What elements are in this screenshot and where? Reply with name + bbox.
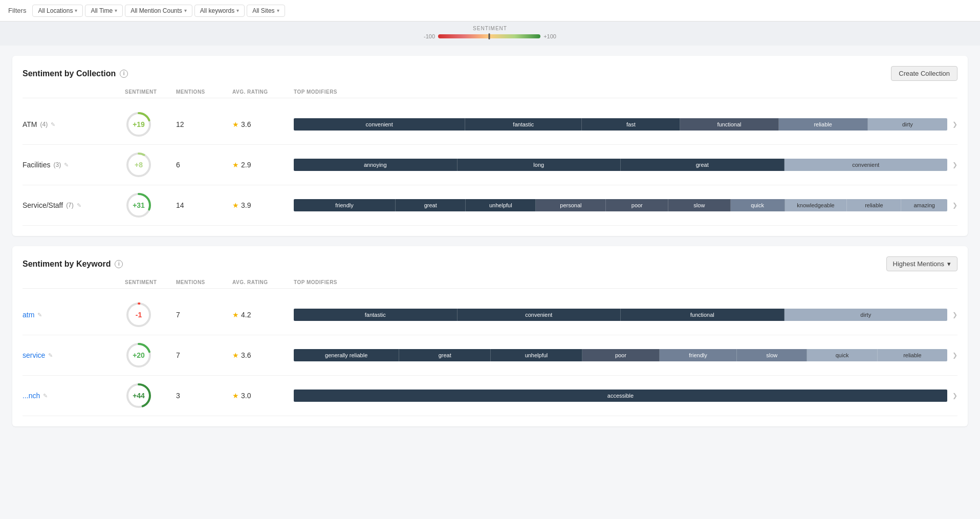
modifiers-bar: convenientfantasticfastfunctionalreliabl…	[294, 118, 947, 131]
chevron-down-icon: ▾	[115, 8, 117, 13]
modifier-segment: amazing	[901, 199, 947, 211]
expand-icon[interactable]: ❯	[952, 392, 957, 399]
modifier-segment: unhelpful	[466, 199, 536, 211]
sentiment-circle: +20	[125, 341, 153, 369]
modifiers-cell: generally reliablegreatunhelpfulpoorfrie…	[294, 349, 947, 361]
sentiment-cell: +31	[125, 191, 176, 219]
collection-rows: ATM (4) ✎ +19 12 ★3.6 convenientfantasti…	[23, 104, 957, 226]
sentiment-cell: +44	[125, 382, 176, 409]
modifier-segment: reliable	[779, 118, 868, 131]
rating-value: ★4.2	[232, 311, 294, 319]
chevron-down-icon: ▾	[277, 8, 279, 13]
filter-label: Filters	[8, 7, 26, 14]
filter-keywords[interactable]: All keywords ▾	[194, 5, 245, 17]
modifier-segment: poor	[606, 199, 668, 211]
collection-name: Service/Staff (7) ✎	[23, 201, 125, 209]
rating-value: ★3.6	[232, 351, 294, 359]
modifiers-cell: annoyinglonggreatconvenient	[294, 159, 947, 171]
modifier-segment: long	[458, 159, 621, 171]
rating-value: ★3.6	[232, 120, 294, 128]
modifiers-cell: accessible	[294, 390, 947, 402]
mentions-value: 14	[176, 201, 232, 209]
info-icon-keyword[interactable]: i	[115, 260, 123, 268]
keyword-name[interactable]: atm ✎	[23, 311, 125, 319]
modifier-segment: generally reliable	[294, 349, 399, 361]
collection-row: Facilities (3) ✎ +8 6 ★2.9 annoyinglongg…	[23, 145, 957, 185]
modifiers-bar: generally reliablegreatunhelpfulpoorfrie…	[294, 349, 947, 361]
sentiment-circle: +8	[125, 151, 153, 179]
keyword-name[interactable]: service ✎	[23, 351, 125, 359]
create-collection-button[interactable]: Create Collection	[891, 66, 957, 81]
star-icon: ★	[232, 161, 239, 169]
filter-bar: Filters All Locations ▾ All Time ▾ All M…	[0, 0, 980, 21]
collection-row: ...nch ✎ +44 3 ★3.0 accessible ❯	[23, 376, 957, 416]
scale-right-label: +100	[543, 33, 556, 39]
modifier-segment: quick	[807, 349, 877, 361]
sentiment-by-collection-section: Sentiment by Collection i Create Collect…	[12, 56, 968, 236]
rating-value: ★3.9	[232, 201, 294, 209]
row-name-cell: atm ✎	[23, 311, 125, 319]
modifier-segment: reliable	[847, 199, 901, 211]
modifier-segment: dirty	[785, 309, 948, 321]
edit-icon[interactable]: ✎	[43, 393, 48, 399]
modifiers-cell: convenientfantasticfastfunctionalreliabl…	[294, 118, 947, 131]
modifiers-bar: friendlygreatunhelpfulpersonalpoorslowqu…	[294, 199, 947, 211]
gradient-marker	[489, 33, 490, 39]
modifiers-bar: annoyinglonggreatconvenient	[294, 159, 947, 171]
edit-icon[interactable]: ✎	[64, 162, 69, 168]
filter-locations[interactable]: All Locations ▾	[32, 5, 83, 17]
filter-mention-counts[interactable]: All Mention Counts ▾	[125, 5, 192, 17]
modifier-segment: convenient	[294, 118, 465, 131]
chevron-down-icon: ▾	[236, 8, 239, 13]
row-name-cell: Facilities (3) ✎	[23, 161, 125, 169]
collection-col-headers: SENTIMENT MENTIONS AVG. RATING TOP MODIF…	[23, 89, 957, 98]
sentiment-cell: +20	[125, 341, 176, 369]
modifier-segment: functional	[680, 118, 778, 131]
star-icon: ★	[232, 120, 239, 128]
edit-icon[interactable]: ✎	[77, 202, 81, 209]
collection-row: service ✎ +20 7 ★3.6 generally reliableg…	[23, 335, 957, 376]
modifier-segment: fantastic	[294, 309, 458, 321]
modifier-segment: quick	[731, 199, 785, 211]
collection-name: Facilities (3) ✎	[23, 161, 125, 169]
modifier-segment: accessible	[294, 390, 947, 402]
collection-row: atm ✎ -1 7 ★4.2 fantasticconvenientfunct…	[23, 295, 957, 335]
section-title-keyword: Sentiment by Keyword i	[23, 260, 123, 269]
filter-time[interactable]: All Time ▾	[85, 5, 123, 17]
sentiment-by-keyword-section: Sentiment by Keyword i Highest Mentions …	[12, 246, 968, 426]
keyword-col-headers: SENTIMENT MENTIONS AVG. RATING TOP MODIF…	[23, 279, 957, 289]
modifier-segment: slow	[737, 349, 807, 361]
mentions-value: 3	[176, 392, 232, 400]
expand-icon[interactable]: ❯	[952, 352, 957, 359]
keyword-name[interactable]: ...nch ✎	[23, 392, 125, 400]
info-icon-collection[interactable]: i	[120, 70, 128, 78]
edit-icon[interactable]: ✎	[48, 352, 53, 359]
sentiment-scale: SENTIMENT -100 +100	[424, 26, 556, 39]
expand-icon[interactable]: ❯	[952, 202, 957, 209]
star-icon: ★	[232, 311, 239, 319]
section-header-keyword: Sentiment by Keyword i Highest Mentions …	[23, 256, 957, 271]
rating-value: ★3.0	[232, 392, 294, 400]
expand-icon[interactable]: ❯	[952, 161, 957, 168]
sort-button[interactable]: Highest Mentions ▾	[886, 256, 957, 271]
sentiment-cell: +19	[125, 111, 176, 138]
expand-icon[interactable]: ❯	[952, 311, 957, 318]
sentiment-cell: -1	[125, 301, 176, 329]
sentiment-circle: +31	[125, 191, 153, 219]
edit-icon[interactable]: ✎	[37, 312, 42, 318]
filter-sites[interactable]: All Sites ▾	[247, 5, 285, 17]
modifier-segment: annoying	[294, 159, 458, 171]
sentiment-circle: +19	[125, 111, 153, 138]
rating-value: ★2.9	[232, 161, 294, 169]
scale-left-label: -100	[424, 33, 435, 39]
expand-icon[interactable]: ❯	[952, 121, 957, 128]
section-header-collection: Sentiment by Collection i Create Collect…	[23, 66, 957, 81]
row-name-cell: ATM (4) ✎	[23, 120, 125, 128]
main-content: Sentiment by Collection i Create Collect…	[0, 46, 980, 447]
mentions-value: 6	[176, 161, 232, 169]
row-name-cell: ...nch ✎	[23, 392, 125, 400]
modifiers-cell: friendlygreatunhelpfulpersonalpoorslowqu…	[294, 199, 947, 211]
modifier-segment: knowledgeable	[785, 199, 847, 211]
modifiers-bar: accessible	[294, 390, 947, 402]
edit-icon[interactable]: ✎	[51, 121, 55, 128]
